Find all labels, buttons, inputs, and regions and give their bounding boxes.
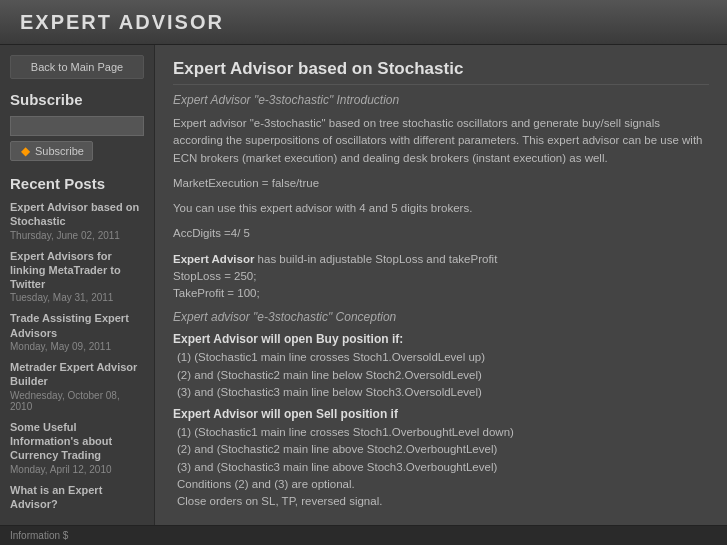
post-date-5: Monday, April 12, 2010: [10, 464, 144, 475]
rss-icon: ◆: [19, 145, 31, 157]
sell-condition-4: Conditions (2) and (3) are optional.: [177, 476, 709, 493]
main-content: Expert Advisor based on Stochastic Exper…: [155, 45, 727, 545]
sell-heading: Expert Advisor will open Sell position i…: [173, 407, 709, 421]
sell-condition-2: (2) and (Stochastic2 main line above Sto…: [177, 441, 709, 458]
buy-conditions-list: (1) (Stochastic1 main line crosses Stoch…: [173, 349, 709, 401]
site-title: EXPERT ADVISOR: [20, 11, 224, 34]
list-item: Expert Advisors for linking MetaTrader t…: [10, 249, 144, 304]
list-item: What is an Expert Advisor?: [10, 483, 144, 512]
sell-conditions-list: (1) (Stochastic1 main line crosses Stoch…: [173, 424, 709, 510]
subscribe-input[interactable]: [10, 116, 144, 136]
conception-label: Expert advisor "e-3stochastic" Conceptio…: [173, 310, 709, 324]
list-item: Expert Advisor based on Stochastic Thurs…: [10, 200, 144, 241]
post-link-5[interactable]: Some Useful Information's about Currency…: [10, 420, 144, 463]
take-profit-line: TakeProfit = 100;: [173, 287, 260, 299]
post-date-2: Tuesday, May 31, 2011: [10, 292, 144, 303]
buy-condition-2: (2) and (Stochastic2 main line below Sto…: [177, 367, 709, 384]
post-link-6[interactable]: What is an Expert Advisor?: [10, 483, 144, 512]
paragraph-1: Expert advisor "e-3stochastic" based on …: [173, 115, 709, 167]
post-link-1[interactable]: Expert Advisor based on Stochastic: [10, 200, 144, 229]
footer: Information $: [0, 525, 727, 545]
stop-loss-line: StopLoss = 250;: [173, 270, 256, 282]
footer-text: Information $: [10, 530, 68, 541]
post-link-3[interactable]: Trade Assisting Expert Advisors: [10, 311, 144, 340]
recent-posts-list: Expert Advisor based on Stochastic Thurs…: [10, 200, 144, 511]
subscribe-title: Subscribe: [10, 91, 144, 108]
list-item: Trade Assisting Expert Advisors Monday, …: [10, 311, 144, 352]
list-item: Some Useful Information's about Currency…: [10, 420, 144, 475]
buy-condition-1: (1) (Stochastic1 main line crosses Stoch…: [177, 349, 709, 366]
header: EXPERT ADVISOR: [0, 0, 727, 45]
post-link-2[interactable]: Expert Advisors for linking MetaTrader t…: [10, 249, 144, 292]
sell-condition-5: Close orders on SL, TP, reversed signal.: [177, 493, 709, 510]
sell-condition-1: (1) (Stochastic1 main line crosses Stoch…: [177, 424, 709, 441]
post-date-4: Wednesday, October 08, 2010: [10, 390, 144, 412]
post-date-1: Thursday, June 02, 2011: [10, 230, 144, 241]
expert-advisor-bold: Expert Advisor: [173, 253, 254, 265]
subscribe-button[interactable]: ◆ Subscribe: [10, 141, 93, 161]
sell-condition-3: (3) and (Stochastic3 main line above Sto…: [177, 459, 709, 476]
list-item: Metrader Expert Advisor Builder Wednesda…: [10, 360, 144, 412]
back-to-main-link[interactable]: Back to Main Page: [10, 55, 144, 79]
recent-posts-title: Recent Posts: [10, 175, 144, 192]
article-title: Expert Advisor based on Stochastic: [173, 59, 709, 85]
sidebar: Back to Main Page Subscribe ◆ Subscribe …: [0, 45, 155, 545]
main-container: Back to Main Page Subscribe ◆ Subscribe …: [0, 45, 727, 545]
post-link-4[interactable]: Metrader Expert Advisor Builder: [10, 360, 144, 389]
paragraph-5: Expert Advisor has build-in adjustable S…: [173, 251, 709, 303]
intro-label: Expert Advisor "e-3stochastic" Introduct…: [173, 93, 709, 107]
post-date-3: Monday, May 09, 2011: [10, 341, 144, 352]
paragraph-4: AccDigits =4/ 5: [173, 225, 709, 242]
paragraph-5-mid: has build-in adjustable StopLoss and tak…: [254, 253, 497, 265]
buy-heading: Expert Advisor will open Buy position if…: [173, 332, 709, 346]
paragraph-3: You can use this expert advisor with 4 a…: [173, 200, 709, 217]
buy-condition-3: (3) and (Stochastic3 main line below Sto…: [177, 384, 709, 401]
paragraph-2: MarketExecution = false/true: [173, 175, 709, 192]
subscribe-button-label: Subscribe: [35, 145, 84, 157]
